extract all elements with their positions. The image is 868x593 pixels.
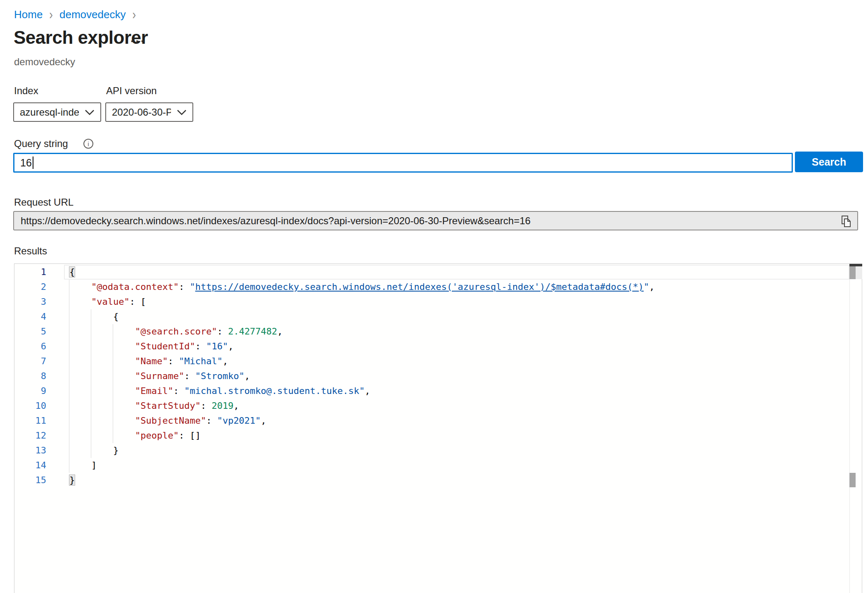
code-line[interactable]: "@search.score": 2.4277482, [14, 324, 848, 339]
page-subtitle: demovedecky [14, 56, 75, 68]
results-label: Results [14, 245, 47, 257]
code-token [69, 415, 135, 426]
code-token: } [113, 445, 119, 455]
code-token: "value" [91, 296, 130, 307]
code-line[interactable]: "value": [ [14, 294, 848, 309]
code-token: , [261, 415, 266, 426]
code-line[interactable]: ] [14, 458, 848, 473]
index-label: Index [14, 85, 38, 97]
code-token [69, 371, 135, 381]
index-dropdown-value: azuresql-index [20, 107, 79, 118]
code-line[interactable]: "people": [] [14, 428, 848, 443]
code-token: ] [91, 460, 97, 470]
chevron-right-icon: › [132, 7, 136, 23]
query-string-label: Query string [14, 138, 68, 149]
code-token: "michal.stromko@.student.tuke.sk" [184, 386, 365, 396]
code-token: "@search.score" [135, 326, 217, 337]
code-token: , [228, 341, 233, 351]
code-token: "StudentId" [135, 341, 195, 351]
code-token: : [217, 326, 228, 337]
breadcrumb-home-link[interactable]: Home [14, 8, 43, 21]
more-options-button[interactable]: ··· [130, 35, 146, 48]
api-version-label: API version [106, 85, 157, 97]
code-line[interactable]: { [14, 265, 848, 280]
code-token: " [190, 282, 195, 292]
code-token [69, 356, 135, 366]
breadcrumb: Home › demovedecky › [14, 8, 136, 21]
overview-ruler-bracket-mark-bottom[interactable] [849, 473, 856, 487]
code-token: "SubjectName" [135, 415, 206, 426]
code-token: "Surname" [135, 371, 184, 381]
code-token: 2019 [211, 401, 233, 411]
code-token [69, 326, 135, 337]
index-dropdown[interactable]: azuresql-index [13, 102, 101, 122]
overview-ruler-line-mark [856, 266, 862, 279]
code-token [69, 311, 113, 322]
api-version-dropdown-value: 2020-06-30-Pre... [112, 107, 171, 118]
code-token [69, 282, 91, 292]
code-line[interactable]: "SubjectName": "vp2021", [14, 413, 848, 428]
overview-ruler-bracket-mark-top[interactable] [849, 266, 856, 279]
code-token: , [277, 326, 282, 337]
code-token [69, 430, 135, 441]
code-token: " [644, 282, 649, 292]
code-token: "@odata.context" [91, 282, 179, 292]
code-token: "Michal" [179, 356, 223, 366]
code-token: "people" [135, 430, 179, 441]
request-url-label: Request URL [14, 197, 74, 208]
search-button[interactable]: Search [795, 152, 863, 172]
code-token: : [] [179, 430, 201, 441]
code-line[interactable]: "StudentId": "16", [14, 339, 848, 354]
code-token: "Stromko" [195, 371, 244, 381]
code-token [69, 296, 91, 307]
code-line[interactable]: "@odata.context": "https://demovedecky.s… [14, 280, 848, 294]
breadcrumb-service-link[interactable]: demovedecky [59, 8, 126, 21]
code-token: , [244, 371, 250, 381]
code-token: "Email" [135, 386, 173, 396]
scrollbar-track-edge [849, 264, 850, 593]
request-url-field[interactable]: https://demovedecky.search.windows.net/i… [13, 211, 858, 230]
code-token: : [206, 415, 217, 426]
chevron-down-icon [177, 109, 187, 115]
code-token [69, 386, 135, 396]
code-token: : [173, 386, 185, 396]
code-line[interactable]: } [14, 443, 848, 458]
code-line[interactable]: "StartStudy": 2019, [14, 398, 848, 413]
code-token: "StartStudy" [135, 401, 201, 411]
chevron-down-icon [85, 109, 95, 115]
code-line[interactable]: } [14, 473, 848, 488]
code-token [69, 401, 135, 411]
copy-icon[interactable] [841, 215, 852, 228]
code-token: } [69, 475, 75, 485]
query-string-value: 16 [20, 157, 32, 169]
code-token: , [365, 386, 370, 396]
info-icon[interactable]: i [83, 139, 93, 149]
results-json-editor[interactable]: 1{2 "@odata.context": "https://demovedec… [14, 263, 862, 593]
code-token: , [233, 401, 239, 411]
code-token: , [649, 282, 655, 292]
code-token: { [113, 311, 119, 322]
api-version-dropdown[interactable]: 2020-06-30-Pre... [105, 102, 193, 122]
query-string-input[interactable]: 16 [13, 153, 793, 173]
page-title: Search explorer [14, 27, 148, 48]
code-token [69, 445, 113, 455]
code-token: "Name" [135, 356, 168, 366]
code-token: { [69, 267, 75, 277]
code-token [69, 341, 135, 351]
code-line[interactable]: "Name": "Michal", [14, 354, 848, 369]
code-token: "vp2021" [217, 415, 261, 426]
code-token: , [223, 356, 228, 366]
code-line[interactable]: "Email": "michal.stromko@.student.tuke.s… [14, 384, 848, 398]
code-token: 2.4277482 [228, 326, 277, 337]
text-cursor [33, 157, 33, 169]
chevron-right-icon: › [49, 7, 53, 23]
code-token: : [184, 371, 195, 381]
code-token: : [ [130, 296, 146, 307]
code-token: : [201, 401, 212, 411]
code-line[interactable]: "Surname": "Stromko", [14, 369, 848, 384]
code-token: : [168, 356, 179, 366]
code-token [69, 460, 91, 470]
code-token: : [179, 282, 190, 292]
code-line[interactable]: { [14, 309, 848, 324]
odata-context-link[interactable]: https://demovedecky.search.windows.net/i… [195, 282, 644, 292]
